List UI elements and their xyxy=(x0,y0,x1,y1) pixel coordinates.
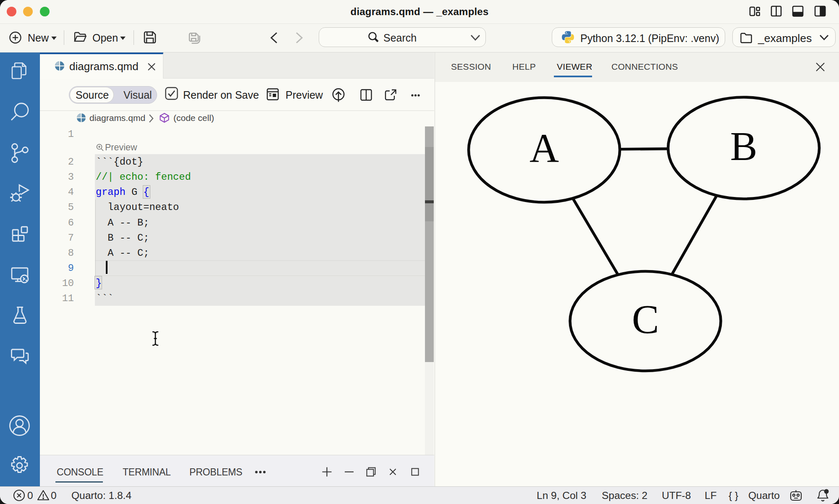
svg-text:A: A xyxy=(530,126,559,171)
svg-text:B: B xyxy=(730,124,758,169)
svg-text:C: C xyxy=(632,297,659,342)
